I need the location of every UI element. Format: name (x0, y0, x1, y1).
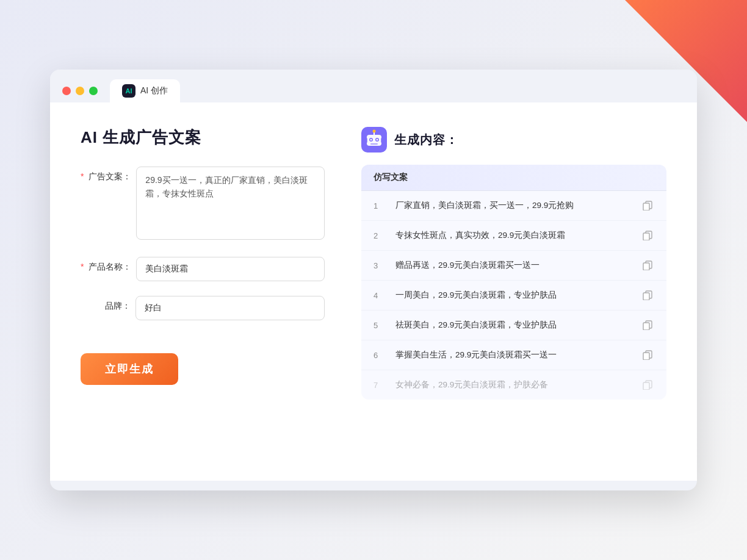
result-number: 5 (374, 321, 386, 330)
product-name-wrapper (136, 257, 325, 281)
result-number: 3 (374, 261, 386, 270)
result-text: 厂家直销，美白淡斑霜，买一送一，29.9元抢购 (395, 199, 631, 212)
content-area: AI 生成广告文案 * 广告文案： 29.9买一送一，真正的厂家直销，美白淡斑霜… (50, 102, 697, 481)
product-name-group: * 产品名称： (81, 257, 325, 281)
right-header: 生成内容： (361, 127, 666, 153)
result-row: 3赠品再送，29.9元美白淡斑霜买一送一 (361, 251, 666, 281)
svg-point-5 (377, 139, 378, 141)
result-row: 1厂家直销，美白淡斑霜，买一送一，29.9元抢购 (361, 191, 666, 221)
ad-copy-label-text: 广告文案： (88, 171, 131, 181)
svg-rect-22 (643, 353, 649, 360)
svg-rect-24 (643, 382, 649, 390)
browser-window: AI AI 创作 AI 生成广告文案 * 广告文案： 29.9买一送一，真正的厂… (50, 70, 697, 490)
minimize-button[interactable] (76, 87, 84, 95)
ad-copy-wrapper: 29.9买一送一，真正的厂家直销，美白淡斑霜，专抹女性斑点 (136, 167, 325, 242)
result-row: 7女神必备，29.9元美白淡斑霜，护肤必备 (361, 370, 666, 400)
copy-icon[interactable] (641, 259, 654, 272)
copy-icon[interactable] (641, 229, 654, 242)
required-star-product: * (81, 262, 84, 271)
close-button[interactable] (62, 87, 71, 95)
brand-wrapper (135, 296, 325, 320)
svg-rect-16 (643, 263, 649, 270)
brand-group: 品牌： (81, 296, 325, 320)
copy-icon[interactable] (641, 318, 654, 332)
svg-rect-10 (381, 138, 383, 143)
left-panel: AI 生成广告文案 * 广告文案： 29.9买一送一，真正的厂家直销，美白淡斑霜… (81, 127, 325, 456)
maximize-button[interactable] (89, 87, 98, 95)
svg-rect-9 (366, 138, 367, 143)
result-row: 5祛斑美白，29.9元美白淡斑霜，专业护肤品 (361, 311, 666, 340)
result-number: 4 (374, 291, 386, 300)
svg-point-8 (373, 130, 376, 133)
result-text: 女神必备，29.9元美白淡斑霜，护肤必备 (395, 379, 631, 391)
generate-button[interactable]: 立即生成 (81, 353, 178, 385)
results-list: 1厂家直销，美白淡斑霜，买一送一，29.9元抢购2专抹女性斑点，真实功效，29.… (361, 191, 666, 400)
result-number: 7 (374, 381, 386, 390)
svg-point-4 (370, 139, 372, 141)
brand-input[interactable] (135, 296, 325, 320)
browser-tab[interactable]: AI AI 创作 (110, 79, 180, 102)
result-text: 赠品再送，29.9元美白淡斑霜买一送一 (395, 259, 631, 271)
copy-icon[interactable] (641, 289, 654, 302)
result-row: 2专抹女性斑点，真实功效，29.9元美白淡斑霜 (361, 221, 666, 251)
result-number: 2 (374, 231, 386, 240)
result-row: 4一周美白，29.9元美白淡斑霜，专业护肤品 (361, 281, 666, 311)
right-title: 生成内容： (394, 132, 458, 148)
svg-rect-12 (643, 203, 649, 210)
results-container: 仿写文案 1厂家直销，美白淡斑霜，买一送一，29.9元抢购2专抹女性斑点，真实功… (361, 165, 666, 400)
tab-title: AI 创作 (140, 85, 168, 96)
result-row: 6掌握美白生活，29.9元美白淡斑霜买一送一 (361, 340, 666, 370)
result-text: 祛斑美白，29.9元美白淡斑霜，专业护肤品 (395, 319, 631, 331)
result-text: 一周美白，29.9元美白淡斑霜，专业护肤品 (395, 289, 631, 301)
right-panel: 生成内容： 仿写文案 1厂家直销，美白淡斑霜，买一送一，29.9元抢购2专抹女性… (361, 127, 666, 456)
result-number: 1 (374, 201, 386, 210)
results-header: 仿写文案 (361, 165, 666, 191)
svg-rect-20 (643, 323, 649, 330)
product-name-label: * 产品名称： (81, 257, 136, 273)
page-title: AI 生成广告文案 (81, 127, 325, 148)
copy-icon[interactable] (641, 348, 654, 362)
window-controls (62, 87, 98, 95)
result-number: 6 (374, 351, 386, 360)
product-name-label-text: 产品名称： (88, 262, 131, 271)
required-star-ad: * (81, 171, 84, 181)
brand-label-text: 品牌： (105, 301, 131, 311)
brand-label: 品牌： (81, 296, 135, 312)
copy-icon[interactable] (641, 199, 654, 212)
svg-rect-6 (370, 143, 378, 145)
ad-copy-group: * 广告文案： 29.9买一送一，真正的厂家直销，美白淡斑霜，专抹女性斑点 (81, 167, 325, 242)
ad-copy-label: * 广告文案： (81, 167, 136, 182)
tab-icon: AI (122, 84, 135, 98)
robot-icon (361, 127, 387, 153)
svg-rect-14 (643, 233, 649, 240)
svg-rect-18 (643, 293, 649, 300)
result-text: 专抹女性斑点，真实功效，29.9元美白淡斑霜 (395, 229, 631, 242)
result-text: 掌握美白生活，29.9元美白淡斑霜买一送一 (395, 349, 631, 361)
copy-icon[interactable] (641, 378, 654, 392)
title-bar: AI AI 创作 (50, 70, 697, 102)
ad-copy-input[interactable]: 29.9买一送一，真正的厂家直销，美白淡斑霜，专抹女性斑点 (136, 167, 325, 240)
product-name-input[interactable] (136, 257, 325, 281)
